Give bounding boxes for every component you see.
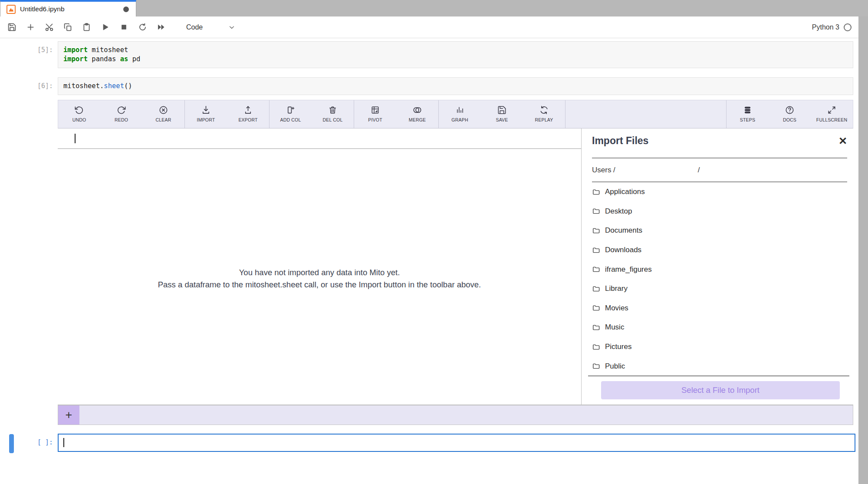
- undo-icon: [74, 105, 84, 115]
- code-line: import pandas as pd: [63, 55, 848, 64]
- plus-icon: [26, 23, 35, 32]
- run-cell-button[interactable]: [99, 21, 111, 33]
- code-cell-1[interactable]: [5]: import mitosheet import pandas as p…: [0, 41, 858, 68]
- folder-item[interactable]: Documents: [592, 221, 853, 240]
- notebook-toolbar: Code Python 3: [0, 16, 858, 38]
- undo-button[interactable]: UNDO: [58, 100, 100, 128]
- select-file-to-import-button[interactable]: Select a File to Import: [601, 381, 840, 399]
- mito-toolbar: UNDO REDO CLEAR IMPORT EXPORT: [58, 100, 853, 128]
- export-button[interactable]: EXPORT: [227, 100, 269, 128]
- import-button[interactable]: IMPORT: [185, 100, 227, 128]
- run-icon: [101, 23, 110, 32]
- notebook-tab[interactable]: Untitled6.ipynb: [0, 0, 136, 16]
- cell-prompt: [6]:: [0, 82, 53, 90]
- folder-icon: [592, 285, 600, 293]
- text-cursor: [63, 438, 64, 447]
- mitosheet-widget: UNDO REDO CLEAR IMPORT EXPORT: [58, 100, 853, 425]
- folder-icon: [592, 188, 600, 196]
- graph-button[interactable]: GRAPH: [439, 100, 481, 128]
- delete-column-button[interactable]: DEL COL: [312, 100, 354, 128]
- folder-item[interactable]: Movies: [592, 299, 853, 318]
- folder-icon: [592, 246, 600, 254]
- stop-kernel-button[interactable]: [118, 21, 130, 33]
- fast-forward-icon: [157, 23, 166, 32]
- code-cell-2[interactable]: [6]: mitosheet.sheet(): [0, 77, 858, 95]
- scissors-icon: [45, 23, 54, 32]
- folder-item[interactable]: Pictures: [592, 337, 853, 357]
- code-line: mitosheet.sheet(): [63, 82, 848, 91]
- breadcrumb[interactable]: Users / /: [592, 158, 847, 182]
- save-button[interactable]: [6, 21, 18, 33]
- folder-icon: [592, 227, 600, 235]
- chevron-down-icon[interactable]: [228, 23, 236, 31]
- breadcrumb-root[interactable]: Users /: [592, 166, 615, 175]
- mito-io-group: IMPORT EXPORT: [185, 100, 270, 128]
- restart-icon: [138, 23, 147, 32]
- cut-cells-button[interactable]: [43, 21, 55, 33]
- formula-bar[interactable]: [58, 128, 581, 149]
- empty-sheet-message: You have not imported any data into Mito…: [58, 267, 581, 291]
- taskpane-header: Import Files ✕: [592, 128, 847, 158]
- folder-icon: [592, 343, 600, 351]
- export-icon: [243, 105, 253, 115]
- add-column-icon: [286, 105, 296, 115]
- tab-bar: Untitled6.ipynb: [0, 0, 868, 16]
- mito-edit-group: UNDO REDO CLEAR: [58, 100, 185, 128]
- merge-icon: [412, 105, 422, 115]
- mito-reshape-group: PIVOT MERGE: [354, 100, 439, 128]
- close-icon[interactable]: ✕: [838, 136, 847, 146]
- import-icon: [201, 105, 211, 115]
- folder-item[interactable]: Desktop: [592, 202, 853, 221]
- breadcrumb-trailing-slash: /: [698, 166, 700, 175]
- insert-cell-button[interactable]: [24, 21, 36, 33]
- notebook-file-icon: [7, 5, 16, 14]
- paste-icon: [82, 23, 91, 32]
- redo-button[interactable]: REDO: [100, 100, 142, 128]
- fullscreen-icon: [827, 105, 837, 115]
- fullscreen-button[interactable]: FULLSCREEN: [811, 100, 853, 128]
- mito-output-group: GRAPH SAVE REPLAY: [439, 100, 566, 128]
- help-icon: [785, 105, 795, 115]
- kernel-name[interactable]: Python 3: [812, 23, 839, 31]
- add-sheet-button[interactable]: +: [58, 405, 79, 425]
- restart-run-all-button[interactable]: [155, 21, 167, 33]
- pivot-button[interactable]: PIVOT: [354, 100, 396, 128]
- restart-kernel-button[interactable]: [136, 21, 148, 33]
- add-column-button[interactable]: ADD COL: [270, 100, 312, 128]
- active-code-cell[interactable]: [58, 434, 855, 452]
- code-editor[interactable]: import mitosheet import pandas as pd: [58, 41, 853, 68]
- merge-button[interactable]: MERGE: [396, 100, 438, 128]
- folder-item[interactable]: Library: [592, 279, 853, 299]
- folder-item[interactable]: Applications: [592, 182, 853, 202]
- unsaved-changes-dot: [123, 7, 129, 12]
- folder-item[interactable]: Downloads: [592, 240, 853, 260]
- clear-icon: [158, 105, 168, 115]
- folder-icon: [592, 304, 600, 312]
- cell-prompt: [5]:: [0, 46, 53, 54]
- paste-cells-button[interactable]: [80, 21, 92, 33]
- cell-prompt: [ ]:: [0, 438, 53, 446]
- stop-icon: [119, 23, 128, 32]
- mito-save-button[interactable]: SAVE: [481, 100, 523, 128]
- mito-sheet-area[interactable]: You have not imported any data into Mito…: [58, 128, 581, 405]
- folder-item[interactable]: iframe_figures: [592, 260, 853, 279]
- folder-item[interactable]: Music: [592, 318, 853, 337]
- mito-body: You have not imported any data into Mito…: [58, 128, 853, 405]
- steps-button[interactable]: STEPS: [727, 100, 769, 128]
- folder-icon: [592, 362, 600, 370]
- folder-icon: [592, 323, 600, 332]
- clear-button[interactable]: CLEAR: [142, 100, 184, 128]
- cell-type-select[interactable]: Code: [186, 23, 203, 31]
- docs-button[interactable]: DOCS: [769, 100, 811, 128]
- folder-item[interactable]: Public: [592, 356, 853, 375]
- formula-text-cursor: [75, 134, 76, 143]
- tab-title: Untitled6.ipynb: [20, 5, 65, 13]
- mito-column-group: ADD COL DEL COL: [270, 100, 354, 128]
- mito-toolbar-spacer: [566, 100, 726, 128]
- bar-chart-icon: [455, 105, 465, 115]
- kernel-status-icon: [844, 23, 852, 31]
- mito-sheet-tab-bar: +: [58, 405, 853, 425]
- code-editor[interactable]: mitosheet.sheet(): [58, 77, 853, 95]
- copy-cells-button[interactable]: [62, 21, 74, 33]
- replay-button[interactable]: REPLAY: [523, 100, 565, 128]
